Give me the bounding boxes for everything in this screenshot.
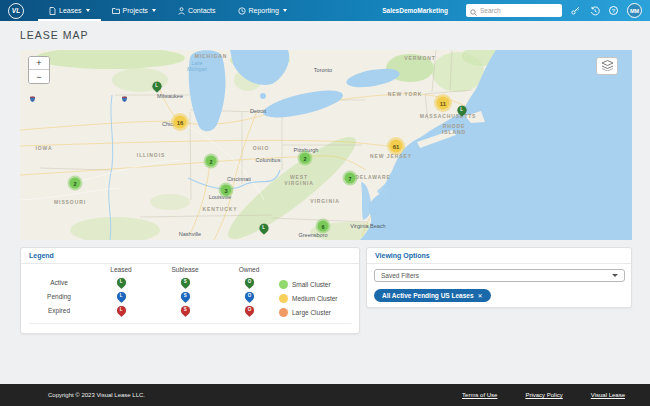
cluster-legend-medium: Medium Cluster bbox=[279, 291, 338, 305]
cluster-legend-large: Large Cluster bbox=[279, 305, 338, 319]
nav-item-contacts[interactable]: Contacts bbox=[167, 0, 227, 21]
user-avatar[interactable]: MM bbox=[627, 3, 642, 18]
chevron-down-icon bbox=[152, 9, 156, 12]
nav-item-leases[interactable]: Leases bbox=[38, 0, 101, 21]
expired-sublease-pin-icon: S bbox=[179, 304, 192, 317]
small-cluster-swatch-icon bbox=[279, 280, 288, 289]
legend-row-active: Active L S O bbox=[29, 276, 281, 288]
saved-filters-value: Saved Filters bbox=[381, 272, 612, 279]
map-cluster-marker[interactable]: 16 bbox=[174, 116, 187, 129]
global-search[interactable] bbox=[466, 4, 562, 17]
chevron-down-icon bbox=[283, 9, 287, 12]
zoom-out-button[interactable]: − bbox=[29, 70, 49, 83]
map-cluster-marker[interactable]: 2 bbox=[70, 178, 81, 189]
legend-col-leased: Leased bbox=[89, 266, 153, 273]
map-cluster-marker[interactable]: 11 bbox=[437, 97, 450, 110]
expired-leased-pin-icon: L bbox=[115, 304, 128, 317]
legend-row-expired: Expired L S O bbox=[29, 304, 281, 316]
nav-item-label: Leases bbox=[59, 7, 82, 14]
nav-item-reporting[interactable]: Reporting bbox=[227, 0, 298, 21]
footer: Copyright © 2023 Visual Lease LLC. Terms… bbox=[0, 384, 650, 406]
terms-of-use-link[interactable]: Terms of Use bbox=[462, 392, 497, 398]
report-clock-icon bbox=[238, 7, 246, 15]
divider bbox=[367, 263, 631, 264]
layers-icon bbox=[601, 57, 614, 75]
map-cluster-marker[interactable]: 7 bbox=[345, 173, 356, 184]
map-cluster-marker[interactable]: 2 bbox=[206, 156, 217, 167]
footer-links: Terms of Use Privacy Policy Visual Lease bbox=[462, 392, 625, 398]
history-icon[interactable] bbox=[589, 5, 600, 16]
cluster-legend: Small Cluster Medium Cluster Large Clust… bbox=[279, 277, 338, 319]
nav-item-projects[interactable]: Projects bbox=[101, 0, 167, 21]
search-input[interactable] bbox=[480, 7, 558, 14]
divider bbox=[29, 323, 351, 324]
active-sublease-pin-icon: S bbox=[179, 276, 192, 289]
legend-col-sublease: Sublease bbox=[153, 266, 217, 273]
chip-close-icon[interactable]: ✕ bbox=[478, 292, 483, 299]
large-cluster-swatch-icon bbox=[279, 308, 288, 317]
page-title: LEASE MAP bbox=[20, 29, 89, 41]
saved-filters-select[interactable]: Saved Filters bbox=[374, 269, 625, 282]
pending-owned-pin-icon: O bbox=[243, 290, 256, 303]
chevron-down-icon bbox=[86, 9, 90, 12]
top-navbar: VL Leases Projects Contacts bbox=[0, 0, 650, 21]
map-cluster-marker[interactable]: 61 bbox=[390, 140, 403, 153]
map-canvas bbox=[20, 50, 632, 240]
legend-column-headers: Leased Sublease Owned bbox=[29, 266, 281, 273]
nav-item-label: Reporting bbox=[249, 7, 279, 14]
privacy-policy-link[interactable]: Privacy Policy bbox=[525, 392, 562, 398]
legend-panel: Legend Leased Sublease Owned Active L S … bbox=[20, 247, 360, 334]
lease-map-screen: VL Leases Projects Contacts bbox=[0, 0, 650, 406]
viewing-options-panel: Viewing Options Saved Filters All Active… bbox=[366, 247, 632, 308]
pending-leased-pin-icon: L bbox=[115, 290, 128, 303]
divider bbox=[21, 263, 359, 264]
legend-title: Legend bbox=[29, 252, 54, 259]
key-icon[interactable] bbox=[570, 5, 581, 16]
zoom-in-button[interactable]: + bbox=[29, 57, 49, 70]
nav-item-label: Contacts bbox=[188, 7, 216, 14]
search-icon bbox=[470, 2, 477, 20]
navbar-right: SalesDemoMarketing ? MM bbox=[382, 3, 642, 18]
map-cluster-marker[interactable]: 6 bbox=[318, 221, 329, 232]
medium-cluster-swatch-icon bbox=[279, 294, 288, 303]
map-cluster-marker[interactable]: 2 bbox=[300, 153, 311, 164]
person-icon bbox=[178, 7, 185, 15]
main-nav: Leases Projects Contacts Repo bbox=[38, 0, 298, 21]
filter-chip[interactable]: All Active Pending US Leases ✕ bbox=[374, 289, 491, 302]
legend-row-pending: Pending L S O bbox=[29, 290, 281, 302]
pending-sublease-pin-icon: S bbox=[179, 290, 192, 303]
active-owned-pin-icon: O bbox=[243, 276, 256, 289]
lease-map[interactable]: IOWAMISSOURIILLINOISMICHIGANOHIOKENTUCKY… bbox=[20, 50, 632, 240]
map-cluster-marker[interactable]: 3 bbox=[221, 185, 232, 196]
legend-col-owned: Owned bbox=[217, 266, 281, 273]
visual-lease-link[interactable]: Visual Lease bbox=[591, 392, 625, 398]
account-name: SalesDemoMarketing bbox=[382, 7, 448, 14]
viewing-options-title: Viewing Options bbox=[375, 252, 430, 259]
expired-owned-pin-icon: O bbox=[243, 304, 256, 317]
nav-item-label: Projects bbox=[123, 7, 148, 14]
map-zoom-control: + − bbox=[28, 56, 50, 84]
visual-lease-logo[interactable]: VL bbox=[8, 3, 24, 19]
active-leased-pin-icon: L bbox=[115, 276, 128, 289]
folder-icon bbox=[112, 7, 120, 14]
help-icon[interactable]: ? bbox=[608, 5, 619, 16]
map-layers-button[interactable] bbox=[596, 57, 618, 75]
cluster-legend-small: Small Cluster bbox=[279, 277, 338, 291]
document-icon bbox=[49, 7, 56, 15]
chevron-down-icon bbox=[612, 274, 618, 277]
copyright-text: Copyright © 2023 Visual Lease LLC. bbox=[48, 392, 145, 398]
